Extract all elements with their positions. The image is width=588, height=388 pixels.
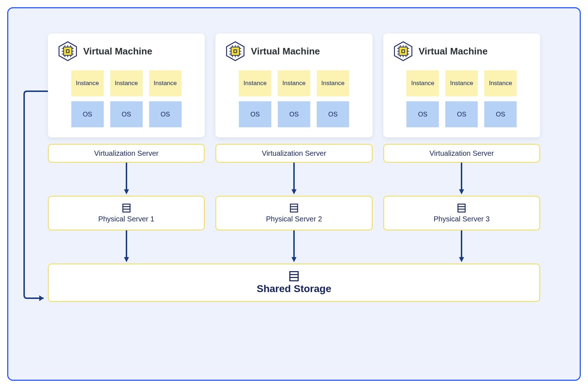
side-connector-arrow xyxy=(23,90,52,306)
arrow-down-icon xyxy=(123,230,130,264)
arrow-vm-to-physical xyxy=(215,163,372,196)
instance-box: Instance xyxy=(71,70,104,96)
os-row: OS OS OS xyxy=(57,101,195,127)
server-icon xyxy=(457,203,466,213)
instance-box: Instance xyxy=(278,70,310,96)
os-box: OS xyxy=(149,101,182,127)
instance-row: Instance Instance Instance xyxy=(57,70,195,96)
shared-storage-box: Shared Storage xyxy=(48,264,540,302)
shared-storage-label: Shared Storage xyxy=(257,283,331,295)
arrow-down-icon xyxy=(458,230,465,264)
svg-rect-41 xyxy=(399,47,407,55)
vm-title: Virtual Machine xyxy=(419,46,488,57)
instance-box: Instance xyxy=(484,70,517,96)
arrow-vm-to-physical xyxy=(383,163,540,196)
svg-rect-36 xyxy=(290,204,298,212)
physical-server-box: Physical Server 1 xyxy=(48,196,205,230)
instance-box: Instance xyxy=(317,70,349,96)
virtualization-server-box: Virtualization Server xyxy=(48,144,205,163)
vm-card: Virtual Machine Instance Instance Instan… xyxy=(215,34,372,137)
virtualization-label: Virtualization Server xyxy=(262,149,326,158)
instance-box: Instance xyxy=(149,70,182,96)
cpu-hex-icon xyxy=(393,41,414,62)
shared-storage-wrap: Shared Storage xyxy=(48,264,540,302)
svg-rect-60 xyxy=(290,272,298,281)
column-2: Virtual Machine Instance Instance Instan… xyxy=(215,34,372,264)
os-row: OS OS OS xyxy=(393,101,531,127)
cpu-hex-icon xyxy=(57,41,78,62)
os-box: OS xyxy=(239,101,271,127)
instance-box: Instance xyxy=(110,70,143,96)
os-row: OS OS OS xyxy=(225,101,363,127)
columns-row: Virtual Machine Instance Instance Instan… xyxy=(48,34,540,264)
os-box: OS xyxy=(110,101,143,127)
instance-row: Instance Instance Instance xyxy=(393,70,531,96)
cpu-hex-icon xyxy=(225,41,246,62)
diagram-frame: Virtual Machine Instance Instance Instan… xyxy=(7,7,581,381)
arrow-physical-to-storage xyxy=(383,230,540,264)
column-3: Virtual Machine Instance Instance Instan… xyxy=(383,34,540,264)
vm-card: Virtual Machine Instance Instance Instan… xyxy=(48,34,205,137)
vm-header: Virtual Machine xyxy=(393,41,531,62)
svg-rect-16 xyxy=(123,204,130,212)
server-icon xyxy=(289,271,299,282)
os-box: OS xyxy=(406,101,439,127)
column-1: Virtual Machine Instance Instance Instan… xyxy=(48,34,205,264)
os-box: OS xyxy=(445,101,478,127)
virtualization-server-box: Virtualization Server xyxy=(215,144,372,163)
arrow-vm-to-physical xyxy=(48,163,205,196)
physical-server-label: Physical Server 2 xyxy=(266,215,322,223)
vm-card: Virtual Machine Instance Instance Instan… xyxy=(383,34,540,137)
physical-server-label: Physical Server 1 xyxy=(98,215,155,223)
os-box: OS xyxy=(278,101,310,127)
server-icon xyxy=(289,203,299,213)
arrow-down-icon xyxy=(290,230,298,264)
os-box: OS xyxy=(484,101,517,127)
arrow-physical-to-storage xyxy=(215,230,372,264)
vm-header: Virtual Machine xyxy=(225,41,363,62)
arrow-down-icon xyxy=(458,163,465,196)
instance-box: Instance xyxy=(445,70,478,96)
physical-server-box: Physical Server 2 xyxy=(215,196,372,230)
arrow-physical-to-storage xyxy=(48,230,205,264)
physical-server-label: Physical Server 3 xyxy=(434,215,490,223)
instance-row: Instance Instance Instance xyxy=(225,70,363,96)
os-box: OS xyxy=(317,101,349,127)
instance-box: Instance xyxy=(239,70,271,96)
svg-rect-56 xyxy=(458,204,465,212)
vm-header: Virtual Machine xyxy=(57,41,195,62)
virtualization-label: Virtualization Server xyxy=(429,149,494,158)
arrow-down-icon xyxy=(123,163,130,196)
vm-title: Virtual Machine xyxy=(251,46,320,57)
server-icon xyxy=(122,203,131,213)
virtualization-server-box: Virtualization Server xyxy=(383,144,540,163)
svg-rect-1 xyxy=(63,47,72,55)
vm-title: Virtual Machine xyxy=(83,46,152,57)
instance-box: Instance xyxy=(406,70,439,96)
svg-rect-21 xyxy=(231,47,240,55)
physical-server-box: Physical Server 3 xyxy=(383,196,540,230)
os-box: OS xyxy=(71,101,104,127)
virtualization-label: Virtualization Server xyxy=(94,149,159,158)
arrow-down-icon xyxy=(290,163,298,196)
